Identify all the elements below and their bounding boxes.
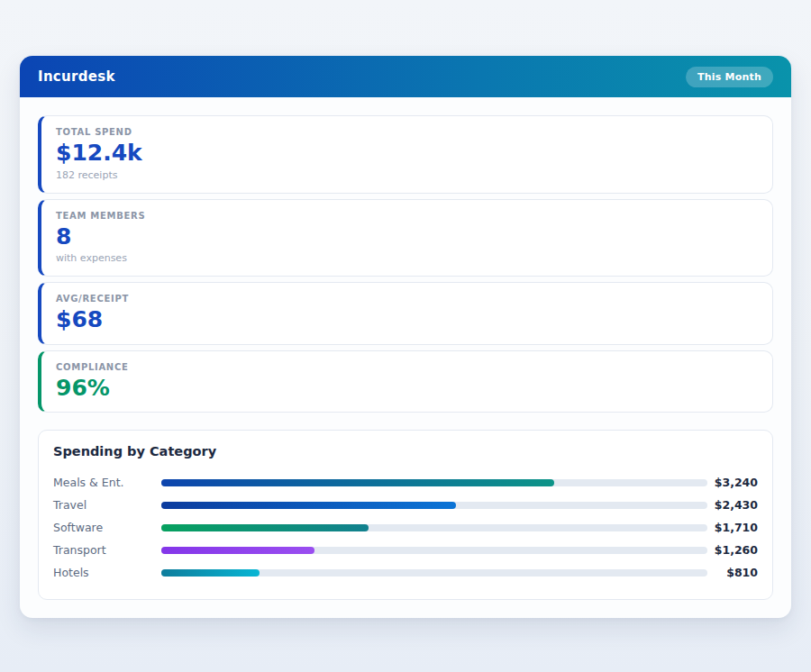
chart-rows: Meals & Ent.$3,240Travel$2,430Software$1… [53,471,758,584]
chart-bar-fill [161,479,554,486]
stat-label: TEAM MEMBERS [56,211,758,221]
dashboard-panel: Incurdesk This Month TOTAL SPEND$12.4k18… [20,56,791,618]
chart-bar-track [161,524,707,531]
app-header: Incurdesk This Month [20,56,791,97]
period-badge[interactable]: This Month [686,67,773,87]
chart-category-label: Transport [53,543,161,557]
chart-bar-fill [161,569,260,577]
chart-category-label: Meals & Ent. [53,476,161,489]
stat-value: 8 [56,224,758,250]
stat-value: $12.4k [56,141,758,166]
chart-category-label: Software [53,521,161,534]
stat-value: $68 [56,307,758,332]
chart-value-label: $2,430 [707,498,758,512]
chart-bar-fill [161,502,456,509]
chart-bar-track [161,569,707,577]
chart-bar-fill [161,547,314,554]
chart-row: Hotels$810 [53,561,758,584]
dashboard-content: TOTAL SPEND$12.4k182 receiptsTEAM MEMBER… [20,97,791,618]
stat-label: AVG/RECEIPT [56,294,758,304]
chart-value-label: $1,260 [707,543,758,557]
chart-row: Software$1,710 [53,516,758,539]
stat-card: COMPLIANCE96% [38,350,773,413]
chart-bar-track [161,547,707,554]
stat-card: TEAM MEMBERS8with expenses [38,199,773,277]
chart-title: Spending by Category [53,444,758,459]
chart-category-label: Hotels [53,566,161,579]
chart-row: Travel$2,430 [53,494,758,516]
stat-card: AVG/RECEIPT$68 [38,282,773,345]
chart-category-label: Travel [53,498,161,512]
chart-bar-track [161,479,707,486]
chart-value-label: $810 [707,566,758,579]
stat-sub: 182 receipts [56,169,758,181]
stat-card: TOTAL SPEND$12.4k182 receipts [38,115,773,194]
chart-value-label: $3,240 [707,476,758,489]
chart-bar-track [161,502,707,509]
chart-value-label: $1,710 [707,521,758,534]
spending-chart-card: Spending by Category Meals & Ent.$3,240T… [38,430,773,600]
stat-label: TOTAL SPEND [56,127,758,137]
stat-card-list: TOTAL SPEND$12.4k182 receiptsTEAM MEMBER… [38,115,773,413]
chart-bar-fill [161,524,369,531]
stat-label: COMPLIANCE [56,362,758,372]
chart-row: Meals & Ent.$3,240 [53,471,758,494]
app-title: Incurdesk [38,68,115,85]
stat-value: 96% [56,376,758,401]
stat-sub: with expenses [56,252,758,264]
chart-row: Transport$1,260 [53,539,758,561]
